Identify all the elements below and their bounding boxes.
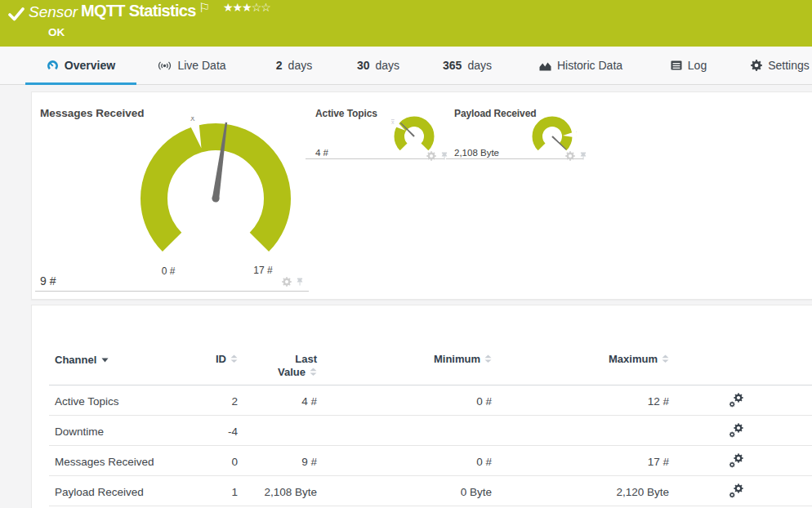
column-header-last-value[interactable]: Last Value <box>238 353 317 385</box>
column-header-tools <box>669 353 803 385</box>
svg-text:x: x <box>190 117 195 123</box>
gear-icon[interactable] <box>282 277 292 287</box>
gauge-title: Payload Received <box>454 108 536 119</box>
sensor-type-label: Sensor <box>29 3 78 21</box>
tab-settings[interactable]: Settings <box>739 47 812 84</box>
channel-maximum: 17 # <box>492 445 669 475</box>
channel-last-value: 4 # <box>238 385 317 415</box>
gauge-tools <box>565 151 587 161</box>
channel-minimum: 0 # <box>317 445 492 475</box>
tab-label: days <box>288 59 313 72</box>
area-chart-icon <box>539 60 551 71</box>
channels-panel: Channel ID Last Value Minimum Maximum Ac… <box>31 305 812 508</box>
priority-stars[interactable]: ★★★☆☆ <box>223 1 270 14</box>
channel-name: Active Topics <box>49 385 194 415</box>
gauge-tools <box>426 151 448 161</box>
pin-icon[interactable] <box>579 152 587 161</box>
gauge-min-label: 0 # <box>144 265 193 277</box>
channel-maximum: 12 # <box>492 385 669 415</box>
gauge-title: Active Topics <box>315 108 377 119</box>
gauge-value: 2,108 Byte <box>454 148 499 158</box>
prtg-sensor-page: Sensor MQTT Statistics ⚐ ★★★☆☆ OK Overvi… <box>0 0 812 508</box>
tab-365-days[interactable]: 365 days <box>434 47 501 84</box>
channel-settings-gears-icon[interactable] <box>729 483 744 499</box>
tab-overview[interactable]: Overview <box>25 47 136 84</box>
channel-last-value <box>238 415 317 445</box>
gear-icon <box>751 60 762 71</box>
table-header-row: Channel ID Last Value Minimum Maximum <box>49 353 812 385</box>
column-header-channel[interactable]: Channel <box>49 353 194 385</box>
channel-settings-cell[interactable] <box>669 475 803 506</box>
sort-desc-icon <box>101 353 109 366</box>
status-badge: OK <box>48 26 65 38</box>
channel-settings-gears-icon[interactable] <box>729 422 744 439</box>
gauge-cell-messages-received[interactable]: Messages Received x 0 # 17 # 9 # <box>35 96 309 292</box>
tab-label: days <box>376 59 400 72</box>
channel-last-value: 2,108 Byte <box>238 475 317 506</box>
tab-number: 365 <box>443 59 462 72</box>
tab-label: days <box>467 59 492 72</box>
channel-row-messages-received[interactable]: Messages Received09 #0 #17 # <box>49 445 812 475</box>
pin-icon[interactable] <box>296 278 304 287</box>
page-title: MQTT Statistics <box>81 2 196 20</box>
column-header-id[interactable]: ID <box>194 353 238 385</box>
tab-2-days[interactable]: 2 days <box>265 47 323 84</box>
tab-30-days[interactable]: 30 days <box>347 47 409 84</box>
channel-id: -4 <box>194 415 238 445</box>
sort-icon <box>662 354 669 367</box>
tab-label: Settings <box>768 59 810 72</box>
status-ok-check-icon <box>8 7 25 21</box>
channel-maximum: 2,120 Byte <box>492 475 669 506</box>
gauge-cell-payload-received[interactable]: Payload Received x 2,108 Byte <box>446 96 583 159</box>
tab-bar: Overview Live Data 2 days 30 days 365 da… <box>0 47 812 85</box>
log-icon <box>671 60 682 70</box>
flag-icon[interactable]: ⚐ <box>199 0 210 16</box>
tab-label: Historic Data <box>557 59 622 72</box>
channel-settings-cell[interactable] <box>669 445 803 475</box>
channel-name: Payload Received <box>49 475 194 506</box>
column-header-maximum[interactable]: Maximum <box>492 353 669 385</box>
sort-icon <box>310 367 317 380</box>
sort-icon <box>230 354 238 367</box>
gear-icon[interactable] <box>565 151 575 161</box>
tab-log[interactable]: Log <box>660 47 717 84</box>
gauge-max-label: 17 # <box>239 265 288 276</box>
channel-id: 2 <box>194 385 238 415</box>
channel-id: 0 <box>194 445 238 475</box>
column-header-minimum[interactable]: Minimum <box>317 353 492 385</box>
channel-row-downtime[interactable]: Downtime-4 <box>49 415 812 445</box>
gauge-cell-active-topics[interactable]: Active Topics x 4 # <box>306 96 444 159</box>
gear-icon[interactable] <box>426 151 436 161</box>
channel-row-payload-received[interactable]: Payload Received12,108 Byte0 Byte2,120 B… <box>49 475 812 506</box>
sensor-header: Sensor MQTT Statistics ⚐ ★★★☆☆ OK <box>0 0 812 47</box>
channel-id: 1 <box>194 475 238 506</box>
tab-historic-data[interactable]: Historic Data <box>529 47 632 84</box>
channel-settings-cell[interactable] <box>669 415 803 445</box>
channel-row-active-topics[interactable]: Active Topics24 #0 #12 # <box>49 385 812 415</box>
gauge-title: Messages Received <box>40 107 145 119</box>
tab-number: 2 <box>276 59 283 72</box>
channel-last-value: 9 # <box>238 445 317 475</box>
tab-live-data[interactable]: Live Data <box>151 47 233 84</box>
sort-icon <box>484 354 492 367</box>
gauge-value: 4 # <box>315 148 328 158</box>
channel-minimum <box>317 415 492 445</box>
channel-settings-gears-icon[interactable] <box>729 392 744 408</box>
channel-name: Downtime <box>49 415 194 445</box>
gauge-chart-messages-received: x <box>134 117 297 280</box>
tab-label: Live Data <box>177 59 225 72</box>
gauge-value: 9 # <box>40 274 56 287</box>
svg-text:x: x <box>391 119 395 125</box>
tab-label: Log <box>688 59 707 72</box>
channels-table: Channel ID Last Value Minimum Maximum Ac… <box>49 353 812 506</box>
channel-minimum: 0 Byte <box>317 475 492 506</box>
tab-number: 30 <box>357 59 370 72</box>
tab-label: Overview <box>65 59 115 72</box>
gauge-icon <box>47 60 59 71</box>
channel-maximum <box>492 415 669 445</box>
channel-minimum: 0 # <box>317 385 492 415</box>
channel-settings-cell[interactable] <box>669 385 803 415</box>
channel-name: Messages Received <box>49 445 194 475</box>
channel-settings-gears-icon[interactable] <box>729 452 744 469</box>
gauge-tools <box>282 277 304 287</box>
